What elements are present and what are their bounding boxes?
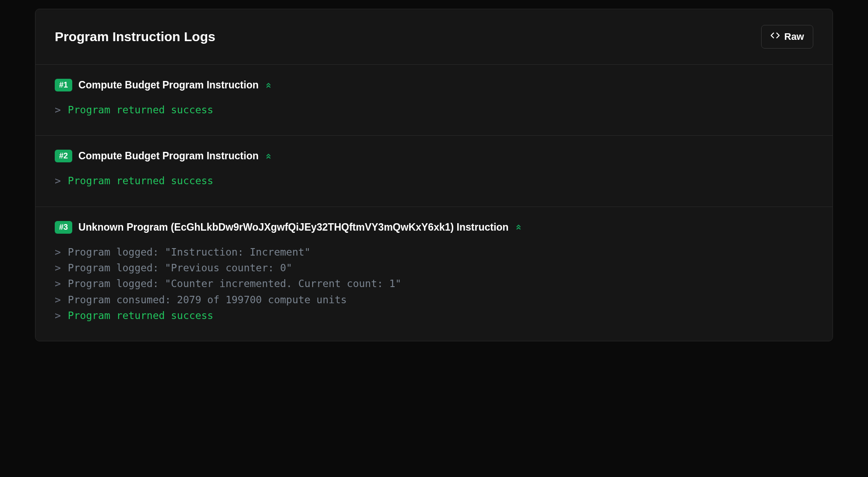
log-prefix: > bbox=[55, 260, 61, 276]
log-prefix: > bbox=[55, 292, 61, 308]
log-prefix: > bbox=[55, 276, 61, 291]
log-section-header[interactable]: #3Unknown Program (EcGhLkbDw9rWoJXgwfQiJ… bbox=[55, 221, 813, 234]
log-line: >Program logged: "Previous counter: 0" bbox=[55, 260, 813, 276]
log-line: >Program consumed: 2079 of 199700 comput… bbox=[55, 292, 813, 308]
log-text: Program logged: "Counter incremented. Cu… bbox=[68, 276, 402, 291]
chevron-double-up-icon[interactable] bbox=[265, 81, 272, 89]
log-line: >Program logged: "Instruction: Increment… bbox=[55, 244, 813, 260]
log-line: >Program returned success bbox=[55, 308, 813, 323]
instruction-title: Unknown Program (EcGhLkbDw9rWoJXgwfQiJEy… bbox=[78, 221, 508, 233]
instruction-badge: #1 bbox=[55, 79, 72, 91]
instruction-title: Compute Budget Program Instruction bbox=[78, 79, 258, 91]
log-line: >Program returned success bbox=[55, 102, 813, 118]
log-text: Program returned success bbox=[68, 308, 213, 323]
raw-button[interactable]: Raw bbox=[761, 25, 813, 49]
instruction-badge: #3 bbox=[55, 221, 72, 234]
code-icon bbox=[770, 31, 780, 43]
log-prefix: > bbox=[55, 102, 61, 118]
log-prefix: > bbox=[55, 308, 61, 323]
log-prefix: > bbox=[55, 244, 61, 260]
instruction-title: Compute Budget Program Instruction bbox=[78, 150, 258, 162]
log-text: Program returned success bbox=[68, 173, 213, 189]
logs-card: Program Instruction Logs Raw #1Compute B… bbox=[35, 9, 833, 341]
log-line: >Program logged: "Counter incremented. C… bbox=[55, 276, 813, 291]
log-section: #1Compute Budget Program Instruction>Pro… bbox=[35, 65, 833, 136]
log-prefix: > bbox=[55, 173, 61, 189]
log-section: #3Unknown Program (EcGhLkbDw9rWoJXgwfQiJ… bbox=[35, 207, 833, 341]
chevron-double-up-icon[interactable] bbox=[265, 152, 272, 160]
log-section-header[interactable]: #1Compute Budget Program Instruction bbox=[55, 79, 813, 91]
raw-button-label: Raw bbox=[784, 31, 804, 42]
log-section-header[interactable]: #2Compute Budget Program Instruction bbox=[55, 150, 813, 162]
log-line: >Program returned success bbox=[55, 173, 813, 189]
logs-body: #1Compute Budget Program Instruction>Pro… bbox=[35, 65, 833, 341]
log-text: Program logged: "Previous counter: 0" bbox=[68, 260, 292, 276]
card-header: Program Instruction Logs Raw bbox=[35, 9, 833, 65]
log-text: Program consumed: 2079 of 199700 compute… bbox=[68, 292, 347, 308]
chevron-double-up-icon[interactable] bbox=[515, 223, 522, 231]
log-text: Program logged: "Instruction: Increment" bbox=[68, 244, 311, 260]
log-section: #2Compute Budget Program Instruction>Pro… bbox=[35, 136, 833, 207]
instruction-badge: #2 bbox=[55, 150, 72, 162]
log-text: Program returned success bbox=[68, 102, 213, 118]
card-title: Program Instruction Logs bbox=[55, 29, 215, 44]
